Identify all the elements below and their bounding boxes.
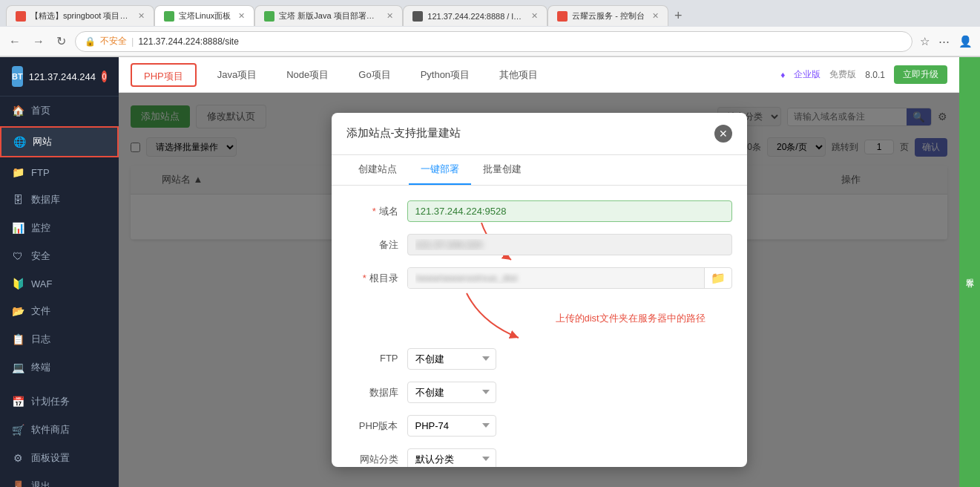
customer-service-label[interactable]: 客服 bbox=[961, 267, 979, 278]
root-input-group: 📁 bbox=[407, 267, 732, 289]
tab-java[interactable]: Java项目 bbox=[203, 57, 272, 93]
bookmark-icon[interactable]: ☆ bbox=[918, 33, 931, 50]
settings-icon: ⚙ bbox=[12, 452, 24, 464]
sidebar-label-appstore: 软件商店 bbox=[31, 423, 70, 437]
remark-input[interactable] bbox=[407, 234, 732, 255]
more-icon[interactable]: ⋯ bbox=[937, 33, 951, 50]
db-wrap: 不创建 bbox=[407, 382, 732, 403]
tab-1[interactable]: 【精选】springboot 项目部署要到... ✕ bbox=[6, 5, 154, 26]
sidebar-label-terminal: 终端 bbox=[31, 361, 50, 374]
ftp-label: FTP bbox=[346, 348, 398, 364]
tab-python[interactable]: Python项目 bbox=[406, 57, 484, 93]
domain-label: 域名 bbox=[346, 200, 398, 218]
lock-icon: 🔒 bbox=[85, 36, 96, 47]
address-bar[interactable]: 🔒 不安全 | 121.37.244.224:8888/site bbox=[75, 31, 912, 52]
remark-wrap bbox=[407, 234, 732, 255]
server-badge: 0 bbox=[102, 71, 107, 82]
home-icon: 🏠 bbox=[12, 105, 24, 117]
tab-bar: 【精选】springboot 项目部署要到... ✕ 宝塔Linux面板 ✕ 宝… bbox=[0, 0, 980, 27]
tab-node-label: Node项目 bbox=[286, 69, 329, 80]
sidebar-item-cron[interactable]: 📅 计划任务 bbox=[0, 388, 119, 416]
tab-close-1[interactable]: ✕ bbox=[138, 11, 145, 21]
modal-tab-deploy[interactable]: 一键部署 bbox=[409, 155, 471, 185]
tab-close-3[interactable]: ✕ bbox=[387, 11, 393, 21]
tab-favicon-5 bbox=[557, 11, 568, 22]
version-num: 8.0.1 bbox=[865, 70, 885, 80]
modal-tabs: 创建站点 一键部署 批量创建 bbox=[332, 155, 747, 186]
sidebar-item-ftp[interactable]: 📁 FTP bbox=[0, 159, 119, 186]
remark-label: 备注 bbox=[346, 234, 398, 252]
sidebar-item-website[interactable]: 🌐 网站 bbox=[0, 126, 119, 157]
profile-icon[interactable]: 👤 bbox=[957, 33, 974, 50]
enterprise-label: 企业版 bbox=[794, 68, 820, 81]
sidebar-item-database[interactable]: 🗄 数据库 bbox=[0, 186, 119, 214]
db-label: 数据库 bbox=[346, 382, 398, 399]
php-select[interactable]: PHP-74 bbox=[407, 415, 496, 437]
root-wrap: 📁 bbox=[407, 267, 732, 289]
tab-3[interactable]: 宝塔 新版Java 项目部署教程 - Lin... ✕ bbox=[254, 5, 403, 26]
sidebar-item-waf[interactable]: 🔰 WAF bbox=[0, 270, 119, 297]
tab-4[interactable]: 121.37.244.224:8888 / localhost ✕ bbox=[403, 5, 547, 26]
tab-other[interactable]: 其他项目 bbox=[484, 57, 553, 93]
tab-php[interactable]: PHP项目 bbox=[131, 63, 197, 87]
refresh-button[interactable]: ↻ bbox=[53, 33, 69, 50]
tab-2[interactable]: 宝塔Linux面板 ✕ bbox=[154, 5, 254, 26]
root-hint-text: 上传的dist文件夹在服务器中的路径 bbox=[556, 312, 706, 325]
tab-close-2[interactable]: ✕ bbox=[238, 11, 245, 21]
sidebar-label-files: 文件 bbox=[31, 304, 50, 318]
root-arrow bbox=[444, 293, 519, 347]
php-wrap: PHP-74 bbox=[407, 415, 732, 437]
modal-tab-create[interactable]: 创建站点 bbox=[346, 155, 409, 185]
server-icon: BT bbox=[12, 66, 23, 87]
site-category-select[interactable]: 默认分类 bbox=[407, 448, 496, 468]
sidebar-label-website: 网站 bbox=[33, 135, 52, 148]
website-icon: 🌐 bbox=[13, 136, 25, 148]
sidebar-item-terminal[interactable]: 💻 终端 bbox=[0, 353, 119, 382]
sidebar-label-database: 数据库 bbox=[31, 193, 60, 206]
database-icon: 🗄 bbox=[12, 194, 24, 206]
form-row-php: PHP版本 PHP-74 bbox=[346, 415, 732, 437]
sidebar-header: BT 121.37.244.244 0 bbox=[0, 57, 119, 97]
sidebar-item-appstore[interactable]: 🛒 软件商店 bbox=[0, 416, 119, 444]
tab-favicon-2 bbox=[164, 11, 174, 22]
sidebar-label-security: 安全 bbox=[31, 249, 50, 263]
modal-close-button[interactable]: ✕ bbox=[714, 125, 732, 143]
form-row-root: 根目录 📁 bbox=[346, 267, 732, 289]
modal-tab-batch[interactable]: 批量创建 bbox=[471, 155, 533, 185]
tab-close-5[interactable]: ✕ bbox=[652, 11, 659, 21]
tab-java-label: Java项目 bbox=[217, 69, 257, 80]
sidebar-label-ftp: FTP bbox=[31, 167, 50, 178]
sidebar-item-files[interactable]: 📂 文件 bbox=[0, 297, 119, 325]
tab-php-label: PHP项目 bbox=[144, 71, 183, 82]
new-tab-button[interactable]: + bbox=[668, 5, 688, 26]
ftp-select-wrap: 不创建 bbox=[407, 348, 732, 370]
sidebar-item-settings[interactable]: ⚙ 面板设置 bbox=[0, 444, 119, 472]
domain-input[interactable] bbox=[407, 200, 732, 222]
tab-favicon-3 bbox=[264, 11, 274, 22]
db-select[interactable]: 不创建 bbox=[407, 382, 496, 403]
tab-label-3: 宝塔 新版Java 项目部署教程 - Lin... bbox=[279, 10, 379, 22]
forward-button[interactable]: → bbox=[30, 33, 47, 50]
cron-icon: 📅 bbox=[12, 396, 24, 408]
sidebar-item-home[interactable]: 🏠 首页 bbox=[0, 97, 119, 125]
sidebar-item-security[interactable]: 🛡 安全 bbox=[0, 242, 119, 270]
tab-5[interactable]: 云耀云服务 - 控制台 ✕ bbox=[547, 5, 668, 26]
sidebar-item-logs[interactable]: 📋 日志 bbox=[0, 325, 119, 353]
tab-node[interactable]: Node项目 bbox=[272, 57, 343, 93]
back-button[interactable]: ← bbox=[6, 33, 24, 50]
tab-python-label: Python项目 bbox=[421, 69, 470, 80]
browse-button[interactable]: 📁 bbox=[704, 268, 731, 288]
monitor-icon: 📊 bbox=[12, 222, 24, 234]
browser-chrome: 【精选】springboot 项目部署要到... ✕ 宝塔Linux面板 ✕ 宝… bbox=[0, 0, 980, 57]
form-row-domain: 域名 bbox=[346, 200, 732, 222]
sidebar-item-logout[interactable]: 🚪 退出 bbox=[0, 472, 119, 487]
form-row-ftp: FTP 不创建 bbox=[346, 348, 732, 370]
root-input[interactable] bbox=[408, 268, 704, 288]
domain-wrap: 在本地前端项目启动时的端口 bbox=[407, 200, 732, 222]
tab-go[interactable]: Go项目 bbox=[343, 57, 405, 93]
upgrade-button[interactable]: 立即升级 bbox=[894, 65, 947, 84]
top-nav-right: ♦ 企业版 免费版 8.0.1 立即升级 bbox=[780, 65, 947, 84]
ftp-select[interactable]: 不创建 bbox=[407, 348, 496, 370]
sidebar-item-monitor[interactable]: 📊 监控 bbox=[0, 214, 119, 242]
tab-close-4[interactable]: ✕ bbox=[531, 11, 538, 21]
